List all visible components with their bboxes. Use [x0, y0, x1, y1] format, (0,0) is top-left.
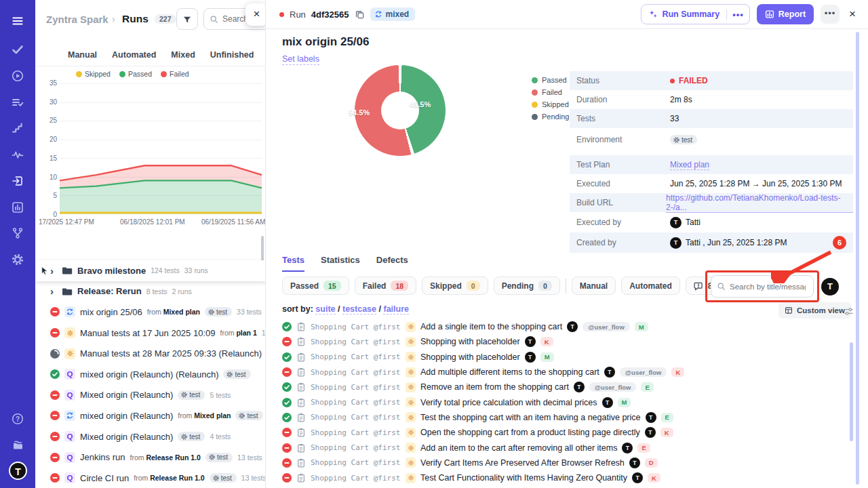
- search-icon: [210, 15, 218, 24]
- tab-unfinished[interactable]: Unfinished: [210, 50, 254, 60]
- trend-chart-legend: Skipped Passed Failed: [76, 70, 189, 78]
- report-button[interactable]: Report: [757, 4, 814, 24]
- breadcrumb-page: Runs: [122, 13, 149, 25]
- build-url-link[interactable]: https://github.com/TetianaKhomenko/Load-…: [666, 193, 853, 213]
- manual-test-icon: [406, 458, 416, 468]
- menu-icon[interactable]: [12, 14, 24, 26]
- tab-manual[interactable]: Manual: [68, 50, 97, 60]
- run-folder-row[interactable]: › Bravo milestone 124 tests 33 runs: [35, 260, 266, 281]
- tests-check-icon[interactable]: [12, 43, 24, 55]
- filter-skipped[interactable]: Skipped0: [422, 277, 488, 295]
- run-row[interactable]: Manual tests at 17 Jun 2025 10:09 from p…: [35, 323, 266, 344]
- run-row[interactable]: mix origin 25/06 from Mixed plan test 33…: [35, 302, 266, 323]
- test-row[interactable]: Shopping Cart @first… Add an item to the…: [282, 440, 844, 455]
- chat-alert-icon: [694, 281, 703, 291]
- cycle-icon: [374, 10, 382, 18]
- detail-row-tests: Tests33: [570, 109, 853, 128]
- branch-icon[interactable]: [12, 226, 24, 239]
- assignee-avatar: T: [604, 367, 615, 378]
- filter-manual[interactable]: Manual: [572, 277, 616, 295]
- app-sidebar: T: [0, 0, 35, 488]
- test-row[interactable]: Shopping Cart @first… Shopping with plac…: [282, 350, 844, 365]
- mixed-run-icon: [64, 410, 75, 421]
- run-row[interactable]: Q mixed origin (Relaunch) (Relaunch) tes…: [35, 364, 266, 385]
- tab-mixed[interactable]: Mixed: [171, 50, 195, 60]
- detail-row-test-plan: Test Plan Mixed plan: [570, 155, 853, 174]
- chevron-right-icon[interactable]: ›: [50, 285, 57, 297]
- test-plans-icon[interactable]: [12, 96, 24, 108]
- filter-passed[interactable]: Passed15: [282, 277, 349, 295]
- trend-chart-x-axis: 17/2025 12:47 PM 06/18/2025 12:01 PM 06/…: [35, 218, 266, 228]
- tab-automated[interactable]: Automated: [112, 50, 156, 60]
- projects-folder-icon[interactable]: [12, 438, 24, 450]
- close-run-button[interactable]: ×: [846, 7, 859, 21]
- chevron-right-icon[interactable]: ›: [50, 265, 57, 277]
- run-folder-row[interactable]: › Release: Rerun 8 tests 2 runs: [35, 281, 266, 302]
- page-scrollbar[interactable]: [856, 32, 859, 485]
- settings-gear-icon[interactable]: [12, 253, 24, 265]
- runs-play-icon[interactable]: [12, 69, 24, 81]
- more-actions-button[interactable]: •••: [821, 5, 840, 24]
- test-row[interactable]: Shopping Cart @first… Verify Cart Items …: [282, 455, 844, 470]
- passed-status-icon: [282, 322, 292, 331]
- filter-funnel-button[interactable]: [176, 8, 198, 30]
- run-row[interactable]: mixed origin (Relaunch) from Mixed plan …: [35, 405, 266, 426]
- failed-status-icon: [282, 458, 292, 468]
- test-row[interactable]: Shopping Cart @first… Remove an item fro…: [282, 380, 844, 394]
- filter-failed[interactable]: Failed18: [355, 277, 416, 295]
- sort-by-failure[interactable]: failure: [383, 304, 409, 314]
- test-row[interactable]: Shopping Cart @first… Add multiple diffe…: [282, 365, 844, 380]
- label-badge: K: [660, 428, 673, 437]
- mouse-pointer-cursor: [39, 264, 50, 274]
- custom-view-button[interactable]: Custom view: [778, 302, 851, 319]
- env-badge: test: [205, 307, 232, 317]
- left-panel-scrollbar[interactable]: [261, 236, 264, 262]
- import-icon[interactable]: [12, 174, 24, 186]
- copy-icon[interactable]: [355, 9, 365, 20]
- run-row[interactable]: Q Mixed origin (Relaunch) test 5 tests: [35, 385, 266, 406]
- set-labels-link[interactable]: Set labels: [282, 54, 319, 65]
- test-row[interactable]: Shopping Cart @first… Shopping with plac…: [282, 334, 844, 349]
- view-settings-sliders-icon[interactable]: [844, 305, 854, 315]
- donut-legend: Passed Failed Skipped Pending: [532, 76, 569, 121]
- filter-pending[interactable]: Pending0: [494, 277, 560, 295]
- divider: [35, 66, 266, 66]
- detail-row-executed: ExecutedJun 25, 2025 1:28 PM → Jun 25, 2…: [570, 174, 853, 193]
- run-row[interactable]: Q Mixed origin (Relaunch) test 4 tests: [35, 426, 266, 447]
- workspace-avatar[interactable]: T: [9, 462, 27, 480]
- analytics-pulse-icon[interactable]: [12, 148, 24, 160]
- detail-row-duration: Duration2m 8s: [570, 90, 853, 109]
- test-row[interactable]: Shopping Cart @first… Test Cart Function…: [282, 470, 844, 485]
- app-root: T Zyntra Spark › Runs 227 × Manual Autom…: [0, 0, 868, 488]
- panel-close-button[interactable]: ×: [245, 3, 266, 26]
- breadcrumb-project[interactable]: Zyntra Spark: [46, 14, 108, 25]
- help-icon[interactable]: [12, 412, 24, 424]
- breadcrumb-separator: ›: [112, 14, 115, 24]
- tests-search-input[interactable]: [730, 283, 806, 291]
- test-row[interactable]: Shopping Cart @first… Add a single item …: [282, 319, 844, 334]
- run-row[interactable]: Q Circle CI run from Release Run 1.0 tes…: [35, 468, 266, 488]
- filter-automated[interactable]: Automated: [621, 277, 680, 295]
- tab-defects[interactable]: Defects: [376, 255, 408, 272]
- tab-statistics[interactable]: Statistics: [321, 255, 360, 272]
- reports-icon[interactable]: [12, 201, 24, 213]
- test-row[interactable]: Shopping Cart @first… Open the shopping …: [282, 425, 844, 440]
- clipboard-icon: [296, 428, 306, 437]
- manual-run-icon: [64, 327, 75, 338]
- test-list-scrollbar[interactable]: [850, 342, 853, 441]
- test-plan-link[interactable]: Mixed plan: [670, 160, 709, 170]
- run-row[interactable]: Q Jenkins run from Release Run 1.0 test …: [35, 447, 266, 468]
- trend-area-chart: [60, 83, 262, 214]
- run-summary-more-button[interactable]: •••: [726, 9, 749, 20]
- run-summary-button[interactable]: Run Summary •••: [641, 4, 749, 24]
- test-row[interactable]: Shopping Cart @first… Test the shopping …: [282, 410, 844, 425]
- relaunch-run-icon: Q: [64, 431, 75, 442]
- test-row[interactable]: Shopping Cart @first… Verify total price…: [282, 394, 844, 409]
- sort-by-suite[interactable]: suite: [315, 304, 335, 314]
- run-detail-topbar: Run 4df32565 mixed Run Summary ••• Repor…: [266, 0, 868, 29]
- detail-row-status: Status FAILED: [570, 71, 853, 90]
- milestones-steps-icon[interactable]: [12, 121, 24, 134]
- tab-tests[interactable]: Tests: [282, 255, 304, 272]
- run-row[interactable]: Manual tests at 28 Mar 2025 09:33 (Relau…: [35, 343, 266, 364]
- sort-by-testcase[interactable]: testcase: [342, 304, 376, 314]
